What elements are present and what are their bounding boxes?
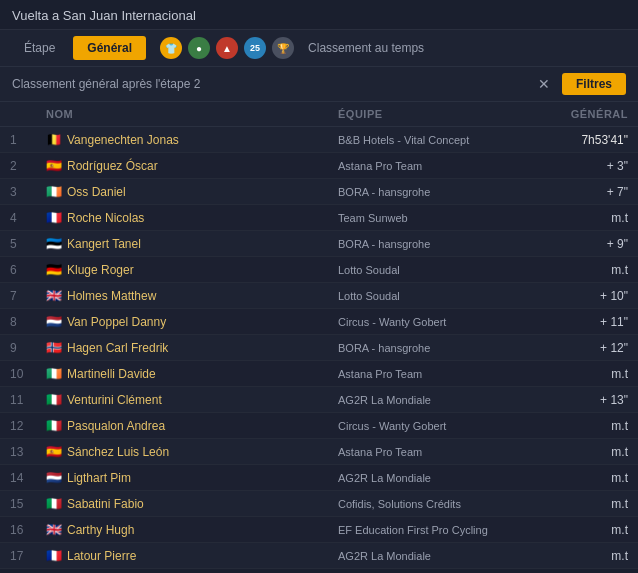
- rider-cell: 🇫🇷 Roche Nicolas: [46, 210, 338, 225]
- flag-icon: 🇮🇪: [46, 184, 62, 199]
- rider-name: Latour Pierre: [67, 549, 136, 563]
- row-num: 13: [10, 445, 46, 459]
- rider-cell: 🇪🇸 Rodríguez Óscar: [46, 158, 338, 173]
- rider-cell: 🇳🇴 Hagen Carl Fredrik: [46, 340, 338, 355]
- team-name: Lotto Soudal: [338, 290, 538, 302]
- table-row[interactable]: 5 🇪🇪 Kangert Tanel BORA - hansgrohe + 9": [0, 231, 638, 257]
- tab-bar: Étape Général 👕 ● ▲ 25 🏆 Classement au t…: [0, 30, 638, 67]
- rider-name: Rodríguez Óscar: [67, 159, 158, 173]
- subtitle-bar: Classement général après l'étape 2 ✕ Fil…: [0, 67, 638, 102]
- jersey-icon[interactable]: 👕: [160, 37, 182, 59]
- table-row[interactable]: 1 🇧🇪 Vangenechten Jonas B&B Hotels - Vit…: [0, 127, 638, 153]
- rider-cell: 🇳🇱 Van Poppel Danny: [46, 314, 338, 329]
- row-num: 8: [10, 315, 46, 329]
- green-icon[interactable]: ●: [188, 37, 210, 59]
- team-name: BORA - hansgrohe: [338, 186, 538, 198]
- table-row[interactable]: 2 🇪🇸 Rodríguez Óscar Astana Pro Team + 3…: [0, 153, 638, 179]
- points-icon[interactable]: 25: [244, 37, 266, 59]
- rider-cell: 🇧🇪 Vangenechten Jonas: [46, 132, 338, 147]
- flag-icon: 🇫🇷: [46, 548, 62, 563]
- flag-icon: 🇳🇱: [46, 314, 62, 329]
- rider-name: Hagen Carl Fredrik: [67, 341, 168, 355]
- row-num: 1: [10, 133, 46, 147]
- title-bar: Vuelta a San Juan Internacional: [0, 0, 638, 30]
- general-time: m.t: [538, 471, 628, 485]
- rider-cell: 🇮🇪 Martinelli Davide: [46, 366, 338, 381]
- rider-name: Vangenechten Jonas: [67, 133, 179, 147]
- filtres-button[interactable]: Filtres: [562, 73, 626, 95]
- table-row[interactable]: 6 🇩🇪 Kluge Roger Lotto Soudal m.t: [0, 257, 638, 283]
- team-name: EF Education First Pro Cycling: [338, 524, 538, 536]
- row-num: 2: [10, 159, 46, 173]
- row-num: 7: [10, 289, 46, 303]
- team-name: Cofidis, Solutions Crédits: [338, 498, 538, 510]
- rider-cell: 🇬🇧 Carthy Hugh: [46, 522, 338, 537]
- rider-cell: 🇮🇹 Venturini Clément: [46, 392, 338, 407]
- page-title: Vuelta a San Juan Internacional: [12, 8, 196, 23]
- team-name: AG2R La Mondiale: [338, 472, 538, 484]
- team-name: BORA - hansgrohe: [338, 238, 538, 250]
- rider-cell: 🇫🇷 Latour Pierre: [46, 548, 338, 563]
- rider-name: Holmes Matthew: [67, 289, 156, 303]
- row-num: 4: [10, 211, 46, 225]
- team-name: Lotto Soudal: [338, 264, 538, 276]
- rider-cell: 🇮🇹 Sabatini Fabio: [46, 496, 338, 511]
- general-time: m.t: [538, 211, 628, 225]
- rider-cell: 🇮🇪 Oss Daniel: [46, 184, 338, 199]
- tab-icons: 👕 ● ▲ 25 🏆 Classement au temps: [160, 37, 424, 59]
- col-general: GÉNÉRAL: [538, 108, 628, 120]
- row-num: 15: [10, 497, 46, 511]
- rider-cell: 🇮🇹 Pasqualon Andrea: [46, 418, 338, 433]
- general-time: m.t: [538, 523, 628, 537]
- tab-etape[interactable]: Étape: [10, 36, 69, 60]
- flag-icon: 🇮🇹: [46, 496, 62, 511]
- general-time: m.t: [538, 367, 628, 381]
- general-time: m.t: [538, 549, 628, 563]
- flag-icon: 🇳🇴: [46, 340, 62, 355]
- row-num: 16: [10, 523, 46, 537]
- table-row[interactable]: 13 🇪🇸 Sánchez Luis León Astana Pro Team …: [0, 439, 638, 465]
- table-row[interactable]: 7 🇬🇧 Holmes Matthew Lotto Soudal + 10": [0, 283, 638, 309]
- general-time: + 7": [538, 185, 628, 199]
- flag-icon: 🇮🇹: [46, 392, 62, 407]
- rider-name: Sabatini Fabio: [67, 497, 144, 511]
- table-row[interactable]: 11 🇮🇹 Venturini Clément AG2R La Mondiale…: [0, 387, 638, 413]
- row-num: 12: [10, 419, 46, 433]
- team-name: Circus - Wanty Gobert: [338, 420, 538, 432]
- rider-name: Sánchez Luis León: [67, 445, 169, 459]
- table-row[interactable]: 16 🇬🇧 Carthy Hugh EF Education First Pro…: [0, 517, 638, 543]
- table-row[interactable]: 14 🇳🇱 Ligthart Pim AG2R La Mondiale m.t: [0, 465, 638, 491]
- row-num: 10: [10, 367, 46, 381]
- flag-icon: 🇮🇹: [46, 418, 62, 433]
- rider-cell: 🇩🇪 Kluge Roger: [46, 262, 338, 277]
- table-row[interactable]: 10 🇮🇪 Martinelli Davide Astana Pro Team …: [0, 361, 638, 387]
- table-row[interactable]: 8 🇳🇱 Van Poppel Danny Circus - Wanty Gob…: [0, 309, 638, 335]
- mountain-icon[interactable]: ▲: [216, 37, 238, 59]
- rider-cell: 🇪🇸 Sánchez Luis León: [46, 444, 338, 459]
- rider-name: Roche Nicolas: [67, 211, 144, 225]
- trophy-icon[interactable]: 🏆: [272, 37, 294, 59]
- flag-icon: 🇮🇪: [46, 366, 62, 381]
- rider-cell: 🇳🇱 Ligthart Pim: [46, 470, 338, 485]
- classement-label: Classement au temps: [308, 41, 424, 55]
- team-name: Astana Pro Team: [338, 368, 538, 380]
- general-time: m.t: [538, 419, 628, 433]
- table-row[interactable]: 9 🇳🇴 Hagen Carl Fredrik BORA - hansgrohe…: [0, 335, 638, 361]
- rider-name: Ligthart Pim: [67, 471, 131, 485]
- table-row[interactable]: 12 🇮🇹 Pasqualon Andrea Circus - Wanty Go…: [0, 413, 638, 439]
- row-num: 6: [10, 263, 46, 277]
- flag-icon: 🇳🇱: [46, 470, 62, 485]
- col-num: [10, 108, 46, 120]
- subtitle-right: ✕ Filtres: [534, 73, 626, 95]
- close-icon[interactable]: ✕: [534, 74, 554, 94]
- row-num: 11: [10, 393, 46, 407]
- general-time: m.t: [538, 497, 628, 511]
- general-time: + 13": [538, 393, 628, 407]
- table-row[interactable]: 4 🇫🇷 Roche Nicolas Team Sunweb m.t: [0, 205, 638, 231]
- row-num: 14: [10, 471, 46, 485]
- tab-general[interactable]: Général: [73, 36, 146, 60]
- table-row[interactable]: 15 🇮🇹 Sabatini Fabio Cofidis, Solutions …: [0, 491, 638, 517]
- table-row[interactable]: 17 🇫🇷 Latour Pierre AG2R La Mondiale m.t: [0, 543, 638, 569]
- flag-icon: 🇫🇷: [46, 210, 62, 225]
- table-row[interactable]: 3 🇮🇪 Oss Daniel BORA - hansgrohe + 7": [0, 179, 638, 205]
